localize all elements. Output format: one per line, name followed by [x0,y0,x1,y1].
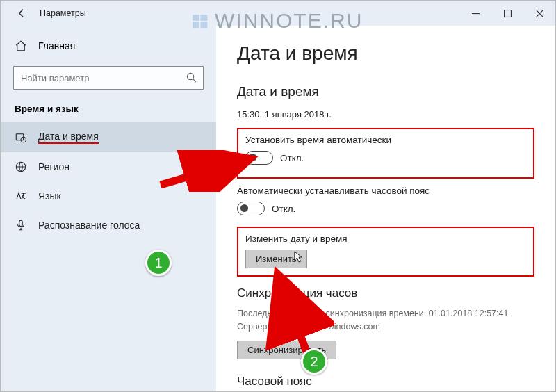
window-title: Параметры [40,8,86,18]
auto-tz-toggle[interactable] [237,202,265,215]
svg-rect-0 [504,10,511,17]
sync-heading: Синхронизация часов [237,286,534,300]
search-input[interactable] [13,66,204,90]
sidebar-item-region[interactable]: Регион [1,152,216,181]
window-body: Главная Время и язык Дата и время Регион [1,26,555,391]
home-icon [15,40,27,52]
maximize-button[interactable] [491,1,523,26]
section-title: Дата и время [237,84,534,99]
sidebar-item-speech[interactable]: Распознавание голоса [1,211,216,240]
maximize-icon [504,10,512,17]
microphone-icon [15,219,27,231]
sidebar-item-label: Язык [38,190,61,202]
auto-time-label: Установить время автоматически [245,135,526,145]
arrow-left-icon [16,8,27,19]
sync-button[interactable]: Синхронизировать [237,341,336,359]
home-link[interactable]: Главная [1,33,216,59]
close-icon [536,10,543,17]
sidebar-item-language[interactable]: Язык [1,181,216,211]
sync-last: Последняя успешная синхронизация времени… [237,307,534,320]
current-datetime: 15:30, 1 января 2018 г. [237,109,534,120]
minimize-icon [472,10,480,17]
highlight-box-2: Изменить дату и время Изменить [237,227,534,277]
globe-icon [15,161,27,173]
sidebar-item-date-time[interactable]: Дата и время [1,122,216,152]
close-button[interactable] [523,1,555,26]
home-label: Главная [38,40,75,51]
svg-point-1 [187,73,193,79]
sidebar: Главная Время и язык Дата и время Регион [1,26,216,391]
titlebar: Параметры [1,1,555,26]
highlight-box-1: Установить время автоматически Откл. [237,128,534,179]
settings-window: Параметры Главная Время и язык Дата и вр… [0,0,556,392]
main-content: Дата и время Дата и время 15:30, 1 январ… [216,26,555,391]
sidebar-nav: Дата и время Регион Язык Распознавание г… [1,122,216,240]
sidebar-item-label: Дата и время [38,131,99,144]
search-box [13,66,204,90]
sidebar-category: Время и язык [1,90,216,122]
sync-server: Сервер времени: time.windows.com [237,320,534,334]
window-controls [459,1,555,26]
svg-rect-5 [19,220,23,226]
auto-tz-state: Откл. [272,204,295,214]
tz-heading: Часовой пояс [237,375,534,389]
auto-time-toggle[interactable] [245,151,273,165]
auto-time-state: Откл. [280,153,304,163]
cursor-icon [294,251,304,263]
page-title: Дата и время [237,42,534,65]
change-dt-label: Изменить дату и время [245,234,526,244]
calendar-clock-icon [15,131,27,144]
back-button[interactable] [12,3,31,23]
minimize-button[interactable] [459,1,491,26]
search-icon [186,72,198,84]
sidebar-item-label: Распознавание голоса [38,220,140,231]
sidebar-item-label: Регион [38,161,70,172]
auto-tz-label: Автоматически устанавливать часовой пояс [237,186,534,196]
language-icon [15,190,27,202]
